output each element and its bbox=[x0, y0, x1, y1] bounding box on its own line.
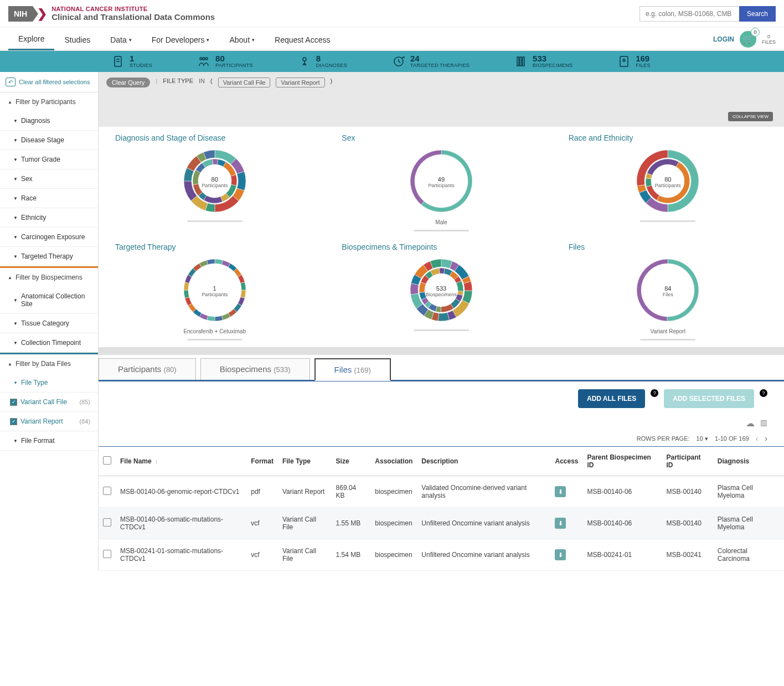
filter-option-variant-call[interactable]: ✓Variant Call File(85) bbox=[0, 393, 98, 412]
table-header[interactable]: File Name↑ bbox=[116, 447, 246, 476]
biospecimen-link[interactable]: MSB-00140-06 bbox=[583, 508, 662, 539]
cart-label: FILES bbox=[762, 39, 776, 45]
filter-group-participants[interactable]: ▲Filter by Participants bbox=[0, 92, 98, 111]
file-name-link[interactable]: MSB-00241-01-somatic-mutations-CTDCv1 bbox=[116, 539, 246, 571]
tab-files[interactable]: Files (169) bbox=[314, 358, 391, 381]
cart-button[interactable]: 🛒 0 bbox=[740, 31, 756, 48]
biospecimen-link[interactable]: MSB-00140-06 bbox=[583, 476, 662, 508]
columns-icon[interactable]: ▥ bbox=[760, 418, 767, 429]
nav-developers[interactable]: For Developers▾ bbox=[142, 29, 220, 50]
tab-participants[interactable]: Participants (80) bbox=[99, 358, 196, 380]
nav-studies[interactable]: Studies bbox=[54, 29, 100, 50]
download-icon[interactable]: ☁ bbox=[746, 418, 755, 429]
sort-asc-icon: ↑ bbox=[155, 458, 158, 465]
checkbox-icon: ✓ bbox=[10, 399, 17, 406]
participant-link[interactable]: MSB-00140 bbox=[662, 476, 713, 508]
cell-description: Validated Oncomine-derived variant analy… bbox=[417, 476, 550, 508]
cell-diagnosis: Plasma Cell Myeloma bbox=[713, 508, 784, 539]
cell-description: Unfiltered Oncomine variant analysis bbox=[417, 539, 550, 571]
table-header[interactable]: Participant ID bbox=[662, 447, 713, 476]
table-header[interactable]: Size bbox=[332, 447, 371, 476]
table-header[interactable]: File Type bbox=[278, 447, 332, 476]
cell-diagnosis: Colorectal Carcinoma bbox=[713, 539, 784, 571]
file-name-link[interactable]: MSB-00140-06-somatic-mutations-CTDCv1 bbox=[116, 508, 246, 539]
chart-title: Sex bbox=[342, 133, 540, 142]
table-header[interactable]: Access bbox=[550, 447, 582, 476]
table-header[interactable]: Diagnosis bbox=[713, 447, 784, 476]
row-checkbox[interactable] bbox=[103, 487, 111, 495]
table-header[interactable]: Parent Biospecimen ID bbox=[583, 447, 662, 476]
table-header[interactable]: Association bbox=[370, 447, 417, 476]
cell-filetype: Variant Report bbox=[278, 476, 332, 508]
filter-disease-stage[interactable]: ▼Disease Stage bbox=[0, 131, 98, 150]
download-icon[interactable]: ⬇ bbox=[555, 486, 566, 497]
clear-query-button[interactable]: Clear Query bbox=[106, 78, 150, 87]
cell-diagnosis: Plasma Cell Myeloma bbox=[713, 476, 784, 508]
filter-sex[interactable]: ▼Sex bbox=[0, 169, 98, 189]
clear-selections-button[interactable]: ↶ Clear all filtered selections bbox=[0, 72, 98, 92]
filter-chip[interactable]: Variant Report bbox=[276, 78, 324, 87]
table-header[interactable]: Format bbox=[246, 447, 278, 476]
stat-icon bbox=[297, 54, 312, 69]
rows-per-page-select[interactable]: 10 ▾ bbox=[697, 435, 708, 442]
filter-option-variant-report[interactable]: ✓Variant Report(84) bbox=[0, 412, 98, 431]
add-all-files-button[interactable]: ADD ALL FILES bbox=[578, 389, 645, 408]
add-selected-files-button[interactable]: ADD SELECTED FILES bbox=[664, 389, 754, 408]
filter-tissue[interactable]: ▼Tissue Category bbox=[0, 314, 98, 333]
row-checkbox[interactable] bbox=[103, 518, 111, 527]
filter-anatomical[interactable]: ▼Anatomical Collection Site bbox=[0, 287, 98, 314]
participant-link[interactable]: MSB-00241 bbox=[662, 539, 713, 571]
filter-chip[interactable]: Variant Call File bbox=[218, 78, 271, 87]
filter-group-biospecimens[interactable]: ▲Filter by Biospecimens bbox=[0, 266, 98, 287]
nav-explore[interactable]: Explore bbox=[8, 28, 54, 50]
rows-per-page-label: ROWS PER PAGE: bbox=[637, 435, 690, 442]
filter-tumor-grade[interactable]: ▼Tumor Grade bbox=[0, 150, 98, 169]
stat-icon bbox=[197, 54, 211, 69]
chart-scrollbar[interactable] bbox=[640, 339, 695, 341]
download-icon[interactable]: ⬇ bbox=[555, 549, 566, 560]
filter-carcinogen[interactable]: ▼Carcinogen Exposure bbox=[0, 228, 98, 247]
filter-timepoint[interactable]: ▼Collection Timepoint bbox=[0, 333, 98, 353]
login-link[interactable]: LOGIN bbox=[713, 35, 734, 43]
next-page-button[interactable]: › bbox=[765, 434, 767, 443]
filter-targeted-therapy[interactable]: ▼Targeted Therapy bbox=[0, 247, 98, 266]
collapse-view-button[interactable]: COLLAPSE VIEW bbox=[728, 112, 773, 121]
chart-scrollbar[interactable] bbox=[187, 220, 243, 222]
biospecimen-link[interactable]: MSB-00241-01 bbox=[583, 539, 662, 571]
filter-race[interactable]: ▼Race bbox=[0, 189, 98, 208]
nav-request-access[interactable]: Request Access bbox=[265, 29, 340, 50]
tab-biospecimens[interactable]: Biospecimens (533) bbox=[200, 358, 310, 380]
query-field-label: FILE TYPE bbox=[163, 78, 193, 84]
filter-group-datafiles[interactable]: ▲Filter by Data Files bbox=[0, 353, 98, 373]
svg-rect-8 bbox=[517, 57, 519, 66]
row-checkbox[interactable] bbox=[103, 550, 111, 558]
download-icon[interactable]: ⬇ bbox=[555, 518, 566, 529]
participant-link[interactable]: MSB-00140 bbox=[662, 508, 713, 539]
chart-scrollbar[interactable] bbox=[414, 230, 469, 231]
prev-page-button[interactable]: ‹ bbox=[756, 434, 759, 443]
filter-file-type[interactable]: ▼File Type bbox=[0, 373, 98, 393]
help-icon[interactable]: ? bbox=[760, 389, 767, 397]
chart-subtitle: Variant Report bbox=[569, 328, 767, 334]
select-all-checkbox[interactable] bbox=[103, 456, 111, 465]
filter-ethnicity[interactable]: ▼Ethnicity bbox=[0, 208, 98, 228]
stat-icon bbox=[391, 54, 406, 69]
chart-scrollbar[interactable] bbox=[640, 220, 695, 222]
cart-count-badge: 0 bbox=[751, 28, 760, 37]
chart-title: Diagnosis and Stage of Disease bbox=[115, 133, 314, 142]
search-input[interactable] bbox=[639, 6, 739, 22]
filter-diagnosis[interactable]: ▼Diagnosis bbox=[0, 111, 98, 131]
chart-scrollbar[interactable] bbox=[414, 329, 469, 331]
file-name-link[interactable]: MSB-00140-06-genomic-report-CTDCv1 bbox=[116, 476, 246, 508]
cell-association: biospecimen bbox=[370, 508, 417, 539]
stat-studies: 1STUDIES bbox=[111, 54, 152, 69]
checkbox-icon: ✓ bbox=[10, 418, 17, 425]
table-header[interactable]: Description bbox=[417, 447, 550, 476]
nav-about[interactable]: About▾ bbox=[219, 29, 265, 50]
search-button[interactable]: Search bbox=[739, 6, 776, 22]
help-icon[interactable]: ? bbox=[651, 389, 658, 397]
stat-icon bbox=[514, 54, 528, 69]
filter-file-format[interactable]: ▼File Format bbox=[0, 431, 98, 451]
nav-data[interactable]: Data▾ bbox=[100, 29, 142, 50]
chart-scrollbar[interactable] bbox=[187, 339, 243, 341]
